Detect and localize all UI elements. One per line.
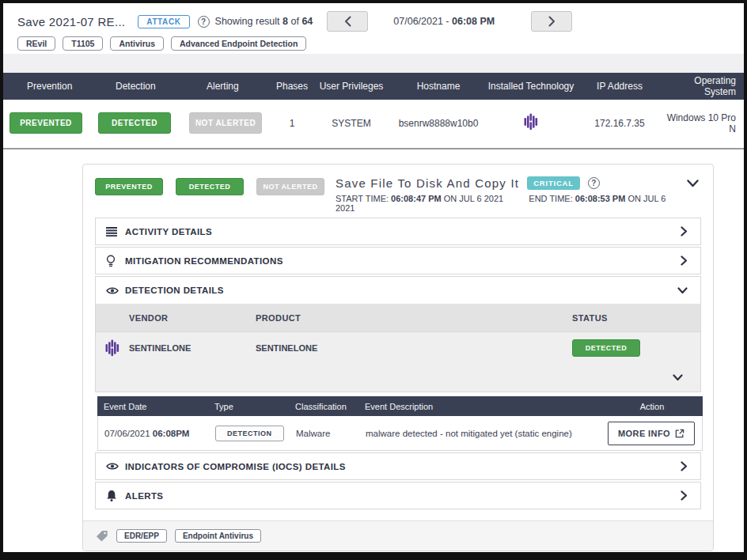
collapse-card-chevron-icon[interactable]: [687, 180, 699, 187]
end-time-value: 06:08:53 PM: [575, 194, 626, 203]
user-privileges-value: SYSTEM: [310, 118, 392, 129]
scenario-help-icon[interactable]: ?: [588, 177, 600, 189]
col-installed-technology: Installed Technology: [484, 81, 578, 92]
section-iocs-details[interactable]: INDICATORS OF COMPROMISE (IOCS) DETAILS: [95, 452, 701, 480]
section-activity-details[interactable]: ACTIVITY DETAILS: [95, 218, 701, 245]
event-time-text: 06:08PM: [153, 429, 190, 438]
tag-revil[interactable]: REvil: [17, 36, 55, 51]
footer-tag-endpoint-antivirus[interactable]: Endpoint Antivirus: [175, 529, 261, 543]
operating-system-value: Windows 10 Pro N: [662, 112, 744, 134]
card-status-badges: PREVENTED DETECTED NOT ALERTED: [95, 178, 324, 195]
section-label: ALERTS: [125, 491, 681, 501]
col-hostname: Hostname: [392, 81, 484, 92]
event-date-value: 07/06/2021 06:08PM: [104, 429, 215, 438]
severity-badge: CRITICAL: [527, 176, 580, 190]
page-title: Save 2021-07 RE...: [17, 15, 125, 28]
previous-result-button[interactable]: [327, 11, 368, 32]
event-table: Event Date Type Classification Event Des…: [97, 396, 703, 451]
col-event-description: Event Description: [365, 402, 601, 411]
spacer-band: [3, 54, 744, 73]
section-label: MITIGATION RECOMMENDATIONS: [125, 256, 681, 266]
col-phases: Phases: [274, 81, 310, 92]
top-header: Save 2021-07 RE... ATTACK ? Showing resu…: [3, 3, 744, 54]
prevented-status-badge: PREVENTED: [9, 112, 82, 134]
sentinelone-icon: [105, 339, 129, 357]
attack-badge: ATTACK: [138, 15, 189, 28]
ip-address-value: 172.16.7.35: [578, 118, 662, 129]
section-detection-details[interactable]: DETECTION DETAILS: [95, 276, 701, 304]
chevron-right-icon: [681, 461, 688, 471]
installed-technology-cell: [484, 113, 578, 133]
tag-antivirus[interactable]: Antivirus: [110, 36, 164, 51]
result-datetime: 07/06/2021 - 06:08 PM: [393, 16, 495, 27]
chevron-down-icon: [673, 374, 683, 381]
result-date-text: 07/06/2021 -: [393, 16, 449, 27]
col-detection: Detection: [92, 81, 183, 92]
result-table-row[interactable]: PREVENTED DETECTED NOT ALERTED 1 SYSTEM …: [3, 100, 744, 146]
end-time-label: END TIME:: [529, 194, 572, 203]
col-prevention: Prevention: [3, 81, 92, 92]
result-total: 64: [301, 16, 313, 27]
chevron-right-icon: [681, 490, 688, 501]
event-date-text: 07/06/2021: [104, 429, 150, 438]
classification-value: Malware: [296, 429, 366, 438]
top-row-main: Save 2021-07 RE... ATTACK ? Showing resu…: [17, 11, 744, 32]
result-current: 8: [282, 16, 288, 27]
eye-icon: [106, 286, 125, 295]
eye-icon: [106, 462, 125, 471]
scenario-detail-card: PREVENTED DETECTED NOT ALERTED Save File…: [82, 164, 714, 551]
col-action: Action: [601, 402, 703, 411]
list-icon: [106, 227, 125, 236]
tag-t1105[interactable]: T1105: [63, 36, 103, 51]
more-info-button[interactable]: MORE INFO: [608, 422, 695, 445]
tag-advanced-endpoint-detection[interactable]: Advanced Endpoint Detection: [171, 36, 306, 51]
section-mitigation-recommendations[interactable]: MITIGATION RECOMMENDATIONS: [95, 247, 701, 274]
result-time-text: 06:08 PM: [452, 16, 495, 27]
event-table-row: 07/06/2021 06:08PM DETECTION Malware mal…: [97, 416, 703, 451]
detection-type-button[interactable]: DETECTION: [215, 426, 284, 441]
col-product: PRODUCT: [256, 313, 572, 323]
next-result-button[interactable]: [531, 11, 572, 32]
chevron-right-icon: [548, 16, 556, 27]
event-description-value: malware detected - not mitigated yet (st…: [366, 429, 601, 438]
phases-value: 1: [274, 118, 310, 129]
card-footer: EDR/EPP Endpoint Antivirus: [83, 520, 713, 551]
vendor-detected-badge: DETECTED: [572, 339, 640, 357]
detail-accordion: ACTIVITY DETAILS MITIGATION RECOMMENDATI…: [95, 218, 701, 509]
result-of: of: [290, 16, 298, 27]
chevron-down-icon: [677, 287, 688, 294]
lightbulb-icon: [106, 255, 125, 267]
section-label: INDICATORS OF COMPROMISE (IOCS) DETAILS: [125, 462, 681, 471]
col-operating-system: Operating System: [662, 75, 744, 97]
vendor-table-header: VENDOR PRODUCT STATUS: [95, 304, 701, 332]
section-divider: [3, 148, 744, 149]
scenario-title: Save File To Disk And Copy It: [336, 176, 519, 190]
more-info-label: MORE INFO: [618, 429, 670, 438]
section-alerts[interactable]: ALERTS: [95, 482, 701, 509]
scenario-tags: REvil T1105 Antivirus Advanced Endpoint …: [17, 36, 744, 51]
showing-prefix: Showing result: [215, 16, 280, 27]
footer-tag-edr-epp[interactable]: EDR/EPP: [116, 529, 167, 543]
vendor-collapse-row[interactable]: [95, 364, 701, 392]
col-event-date: Event Date: [104, 402, 214, 411]
card-prevented-badge: PREVENTED: [95, 178, 163, 195]
col-type: Type: [214, 402, 295, 411]
start-time-label: START TIME:: [336, 194, 389, 203]
detected-status-badge: DETECTED: [98, 112, 171, 134]
start-time-value: 06:08:47 PM: [391, 194, 442, 203]
help-icon[interactable]: ?: [198, 16, 210, 28]
col-user-privileges: User Privileges: [310, 81, 392, 92]
event-table-header: Event Date Type Classification Event Des…: [97, 396, 703, 416]
chevron-right-icon: [681, 226, 688, 236]
vendor-table-row[interactable]: SENTINELONE SENTINELONE DETECTED: [95, 332, 701, 364]
col-status: STATUS: [572, 313, 691, 323]
vendor-name: SENTINELONE: [129, 343, 256, 353]
card-detected-badge: DETECTED: [176, 178, 244, 195]
section-label: ACTIVITY DETAILS: [125, 227, 681, 236]
start-time-suffix: ON JUL 6 2021: [444, 194, 503, 203]
col-classification: Classification: [295, 402, 365, 411]
card-not-alerted-badge: NOT ALERTED: [256, 178, 324, 195]
chevron-left-icon: [344, 16, 351, 27]
tag-icon: [96, 530, 108, 543]
card-header: PREVENTED DETECTED NOT ALERTED Save File…: [83, 165, 713, 218]
